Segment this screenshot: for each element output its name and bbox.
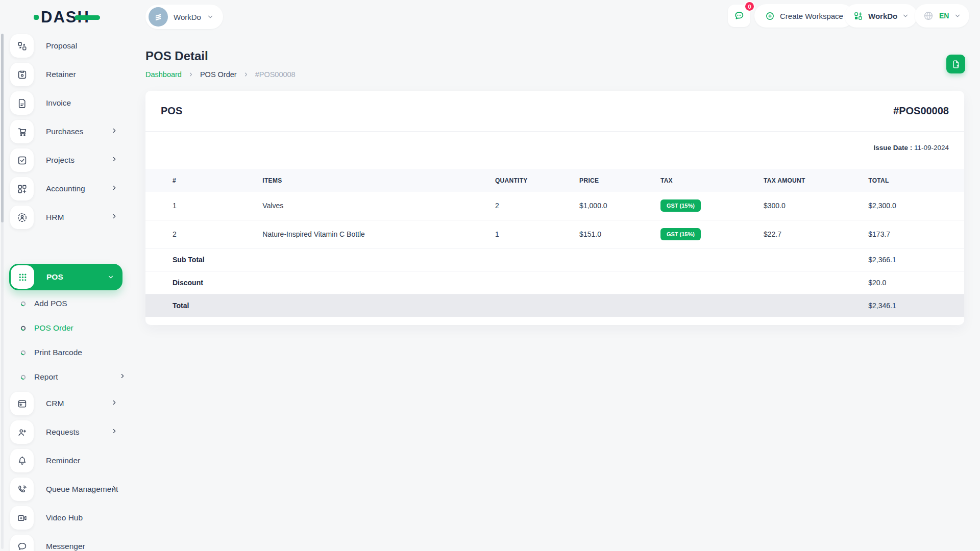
discount-label: Discount xyxy=(145,271,868,294)
sidebar-item-accounting[interactable]: Accounting xyxy=(10,177,126,201)
sidebar-item-hrm[interactable]: HRM xyxy=(10,206,126,229)
message-icon xyxy=(10,535,34,551)
create-workspace-label: Create Workspace xyxy=(780,12,843,20)
row-total: $2,300.0 xyxy=(868,192,964,220)
row-total: $173.7 xyxy=(868,220,964,248)
table-row: 1 Valves 2 $1,000.0 GST (15%) $300.0 $2,… xyxy=(145,192,964,220)
breadcrumb-current: #POS00008 xyxy=(255,70,296,79)
sidebar-item-crm[interactable]: CRM xyxy=(10,392,126,415)
bullet-icon xyxy=(20,350,26,356)
breadcrumb-dashboard-link[interactable]: Dashboard xyxy=(145,70,182,79)
retainer-icon xyxy=(10,63,34,86)
total-label: Total xyxy=(145,294,868,317)
card-title: POS xyxy=(161,105,182,117)
building-icon xyxy=(153,11,164,22)
sidebar-item-purchases[interactable]: Purchases xyxy=(10,120,126,143)
language-selector[interactable]: EN xyxy=(915,4,969,28)
col-items: ITEMS xyxy=(262,169,495,192)
chevron-down-icon xyxy=(954,12,961,19)
chevron-right-icon xyxy=(111,213,118,222)
globe-icon xyxy=(923,10,934,21)
breadcrumb-pos-order[interactable]: POS Order xyxy=(200,70,237,79)
bell-icon xyxy=(10,449,34,472)
sidebar-item-requests[interactable]: Requests xyxy=(10,420,126,444)
breadcrumb: Dashboard POS Order #POS00008 xyxy=(145,70,964,79)
chevron-right-icon xyxy=(111,184,118,193)
chevron-right-icon xyxy=(243,71,249,78)
sidebar-subitem-pos-order[interactable]: POS Order xyxy=(20,318,122,338)
main-content: POS Detail Dashboard POS Order #POS00008… xyxy=(145,32,964,325)
sidebar-item-projects[interactable]: Projects xyxy=(10,148,126,172)
chevron-right-icon xyxy=(188,71,194,78)
discount-row: Discount $20.0 xyxy=(145,271,964,294)
sidebar-item-queue-management[interactable]: Queue Management xyxy=(10,478,126,501)
row-index: 1 xyxy=(145,192,262,220)
sidebar-item-retainer[interactable]: Retainer xyxy=(10,63,126,86)
bullet-icon xyxy=(20,374,26,380)
chevron-down-icon xyxy=(902,12,909,19)
chevron-right-icon xyxy=(111,428,118,437)
col-price: PRICE xyxy=(579,169,660,192)
sidebar-subitem-report[interactable]: Report xyxy=(20,367,122,387)
bullet-icon xyxy=(20,325,26,331)
purchases-icon xyxy=(10,120,34,143)
bullet-icon xyxy=(20,301,26,307)
topbar: DASH WorkDo 0 Create Workspace xyxy=(0,0,980,32)
discount-value: $20.0 xyxy=(868,271,964,294)
crm-icon xyxy=(10,392,34,415)
dash-logo: DASH xyxy=(34,8,100,27)
table-header-row: # ITEMS QUANTITY PRICE TAX TAX AMOUNT TO… xyxy=(145,169,964,192)
total-row: Total $2,346.1 xyxy=(145,294,964,317)
row-price: $1,000.0 xyxy=(579,192,660,220)
sidebar-subitem-print-barcode[interactable]: Print Barcode xyxy=(20,342,122,363)
row-item: Nature-Inspired Vitamin C Bottle xyxy=(262,220,495,248)
sidebar-scrollbar-thumb[interactable] xyxy=(1,34,4,222)
hrm-icon xyxy=(10,206,34,229)
proposal-icon xyxy=(10,34,34,58)
row-item: Valves xyxy=(262,192,495,220)
sidebar: Proposal Retainer Invoice Purchases Proj… xyxy=(0,32,133,551)
sidebar-item-messenger[interactable]: Messenger xyxy=(10,535,126,551)
chevron-down-icon xyxy=(107,273,114,281)
user-plus-icon xyxy=(10,420,34,444)
sidebar-item-video-hub[interactable]: Video Hub xyxy=(10,506,126,530)
row-tax-amount: $22.7 xyxy=(764,220,868,248)
row-quantity: 2 xyxy=(495,192,579,220)
messages-count-badge: 0 xyxy=(744,1,755,12)
language-code: EN xyxy=(939,12,949,20)
table-row: 2 Nature-Inspired Vitamin C Bottle 1 $15… xyxy=(145,220,964,248)
tax-badge: GST (15%) xyxy=(660,228,701,240)
chevron-right-icon xyxy=(111,485,118,494)
pos-detail-card: POS #POS00008 Issue Date : 11-09-2024 # … xyxy=(145,91,964,325)
issue-date-label: Issue Date : xyxy=(873,144,912,152)
create-workspace-button[interactable]: Create Workspace xyxy=(754,4,853,28)
grid-plus-icon xyxy=(853,11,864,21)
workspace-name: WorkDo xyxy=(174,13,201,21)
logo-accent-dot xyxy=(34,15,39,20)
sidebar-item-pos[interactable]: POS xyxy=(9,264,122,290)
row-price: $151.0 xyxy=(579,220,660,248)
issue-date-value: 11-09-2024 xyxy=(912,144,949,152)
tax-badge: GST (15%) xyxy=(660,199,701,212)
accounting-icon xyxy=(10,177,34,201)
invoice-icon xyxy=(10,91,34,115)
card-header: POS #POS00008 xyxy=(145,91,964,132)
file-action-button[interactable] xyxy=(946,55,965,73)
chat-bubble-icon xyxy=(733,10,745,22)
sidebar-item-proposal[interactable]: Proposal xyxy=(10,34,126,58)
workspace-avatar xyxy=(149,7,168,27)
workspace-selector[interactable]: WorkDo xyxy=(145,5,223,29)
app-root: DASH WorkDo 0 Create Workspace xyxy=(0,0,980,551)
subtotal-label: Sub Total xyxy=(145,248,868,271)
chevron-right-icon xyxy=(111,127,118,136)
row-quantity: 1 xyxy=(495,220,579,248)
file-plus-icon xyxy=(951,59,961,69)
sidebar-item-reminder[interactable]: Reminder xyxy=(10,449,126,472)
sidebar-item-invoice[interactable]: Invoice xyxy=(10,91,126,115)
workspace-dropdown[interactable]: WorkDo xyxy=(845,4,917,28)
projects-icon xyxy=(10,148,34,172)
sidebar-subitem-add-pos[interactable]: Add POS xyxy=(20,293,122,314)
messages-button[interactable]: 0 xyxy=(728,5,750,27)
chevron-right-icon xyxy=(111,399,118,408)
subtotal-value: $2,366.1 xyxy=(868,248,964,271)
